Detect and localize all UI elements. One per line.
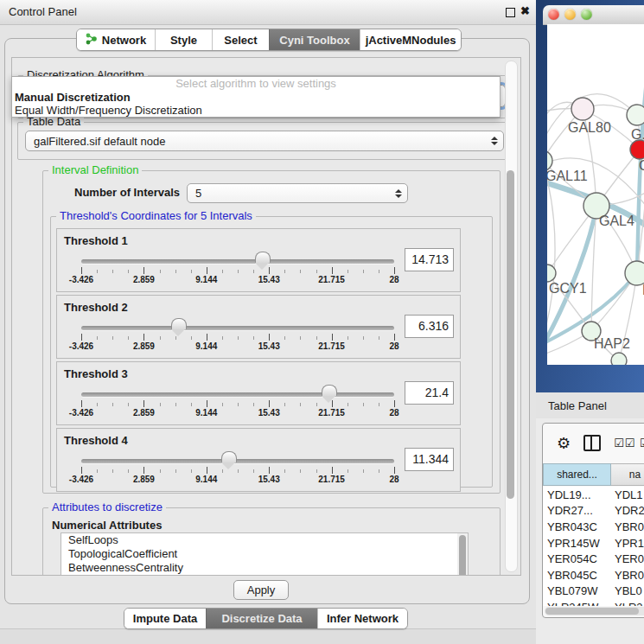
table-row[interactable]: YDR27...YDR2 <box>543 503 644 520</box>
attributes-list: SelfLoopsTopologicalCoefficientBetweenne… <box>61 532 469 576</box>
algorithm-dropdown-popup: Select algorithm to view settings Manual… <box>11 76 501 118</box>
table-row[interactable]: YER054CYER0 <box>543 551 644 567</box>
bottom-strip <box>0 628 537 644</box>
table-row[interactable]: YPR145WYPR1 <box>543 535 644 552</box>
tab-impute-data-label: Impute Data <box>133 612 197 625</box>
column-header-name[interactable]: na <box>611 463 644 486</box>
slider-scale: -3.4262.8599.14415.4321.71528 <box>81 475 394 485</box>
attributes-list-scrollbar[interactable] <box>457 533 468 576</box>
interval-definition-group-title: Interval Definition <box>48 164 142 176</box>
tab-discretize-data[interactable]: Discretize Data <box>206 609 317 628</box>
combo-arrows-icon <box>491 137 498 145</box>
network-node[interactable] <box>627 105 644 125</box>
tab-cyni-toolbox[interactable]: Cyni Toolbox <box>269 29 360 50</box>
thresholds-group: Threshold's Coordinates for 5 Intervals … <box>50 216 493 488</box>
slider-ticks <box>81 400 394 408</box>
minimize-traffic-light[interactable] <box>564 9 576 20</box>
table-row[interactable]: YBR043CYBR0 <box>543 519 644 535</box>
numerical-attributes-label: Numerical Attributes <box>52 519 162 532</box>
table-row[interactable]: YBL079WYBL0 <box>543 583 644 600</box>
slider-track[interactable] <box>81 392 394 397</box>
screen: Control Panel ✖ Network Style Select Cyn… <box>0 0 644 644</box>
network-node[interactable] <box>625 261 644 285</box>
slider-thumb[interactable] <box>171 318 187 329</box>
slider-thumb[interactable] <box>322 385 337 396</box>
table-data-selected: galFiltered.sif default node <box>34 135 165 148</box>
network-canvas[interactable]: GAL80G.GAL11CGAL4GCY1HHAP2 <box>547 24 644 365</box>
network-node[interactable] <box>571 98 594 120</box>
attribute-item[interactable]: SelfLoops <box>61 533 468 547</box>
slider-track[interactable] <box>81 326 394 330</box>
slider-track[interactable] <box>81 259 394 264</box>
table-horizontal-scrollbar[interactable] <box>545 607 644 615</box>
attribute-item[interactable]: TopologicalCoefficient <box>61 547 468 561</box>
network-node-label: G. <box>631 127 644 142</box>
network-node[interactable] <box>630 140 644 159</box>
slider-ticks <box>81 334 394 341</box>
threshold-value-field[interactable]: 6.316 <box>405 315 454 338</box>
thresholds-group-title: Threshold's Coordinates for 5 Intervals <box>56 210 256 222</box>
threshold-box: Threshold 2 -3.4262.8599.14415.4321.7152… <box>56 295 461 359</box>
tab-network-label: Network <box>102 34 146 47</box>
table-row[interactable]: YLR345WYLR3 <box>543 599 644 606</box>
table-data-combobox[interactable]: galFiltered.sif default node <box>25 131 504 151</box>
table-data-group-title: Table Data <box>23 116 84 128</box>
column-header-shared-name[interactable]: shared... <box>543 463 611 486</box>
tab-jactivemnodules[interactable]: jActiveMNodules <box>360 29 461 50</box>
tab-network[interactable]: Network <box>77 29 155 50</box>
table-panel-titlebar: Table Panel <box>536 392 644 419</box>
settings-scroll-area: Discretization Algorithm Table Data galF… <box>11 57 521 576</box>
settings-vertical-scrollbar[interactable] <box>505 61 518 572</box>
gear-icon[interactable]: ⚙ <box>557 434 571 453</box>
table-data-group: Table Data galFiltered.sif default node <box>17 122 513 160</box>
close-traffic-light[interactable] <box>548 9 559 20</box>
network-node[interactable] <box>611 353 627 365</box>
slider-track[interactable] <box>81 459 394 463</box>
top-tab-bar: Network Style Select Cyni Toolbox jActiv… <box>76 29 462 51</box>
threshold-box: Threshold 1 -3.4262.8599.14415.4321.7152… <box>56 228 461 292</box>
network-node-label: GAL4 <box>599 214 634 228</box>
attributes-group: Attributes to discretize Numerical Attri… <box>42 507 501 576</box>
threshold-label: Threshold 3 <box>64 367 128 380</box>
table-panel-title: Table Panel <box>548 399 607 412</box>
network-window-titlebar <box>543 5 644 25</box>
attribute-item[interactable]: BetweennessCentrality <box>61 561 468 575</box>
apply-button[interactable]: Apply <box>233 580 289 600</box>
table-rows: YDL19...YDL1YDR27...YDR2YBR043CYBR0YPR14… <box>543 487 644 606</box>
scrollbar-thumb[interactable] <box>507 170 514 499</box>
tab-infer-network-label: Infer Network <box>327 612 399 625</box>
zoom-traffic-light[interactable] <box>581 9 592 20</box>
interval-definition-group: Interval Definition Number of Intervals … <box>42 170 501 494</box>
tab-infer-network[interactable]: Infer Network <box>317 609 407 628</box>
tab-style[interactable]: Style <box>155 29 212 50</box>
table-row[interactable]: YDL19...YDL1 <box>543 487 644 503</box>
tab-discretize-data-label: Discretize Data <box>221 612 302 625</box>
slider-scale: -3.4262.8599.14415.4321.71528 <box>81 408 394 418</box>
threshold-box: Threshold 3 -3.4262.8599.14415.4321.7152… <box>56 361 461 425</box>
algorithm-popup-prompt: Select algorithm to view settings <box>12 77 500 91</box>
threshold-value-field[interactable]: 14.713 <box>405 248 454 271</box>
close-icon[interactable]: ✖ <box>520 4 530 17</box>
columns-icon[interactable] <box>583 435 601 451</box>
slider-thumb[interactable] <box>221 451 237 462</box>
tab-select[interactable]: Select <box>212 29 269 50</box>
select-columns-icons[interactable]: ☑☑ ☑ <box>614 437 644 450</box>
algorithm-option-manual[interactable]: Manual Discretization <box>12 91 500 104</box>
algorithm-option-equal-width[interactable]: Equal Width/Frequency Discretization <box>12 104 500 117</box>
threshold-label: Threshold 1 <box>64 234 128 247</box>
number-of-intervals-combobox[interactable]: 5 <box>187 183 408 203</box>
control-panel-titlebar: Control Panel ✖ <box>0 0 537 25</box>
number-of-intervals-value: 5 <box>195 187 201 200</box>
threshold-value-field[interactable]: 11.344 <box>405 448 454 471</box>
network-node-label: GAL11 <box>547 169 588 183</box>
network-icon <box>86 33 97 48</box>
threshold-value-field[interactable]: 21.4 <box>405 381 454 405</box>
slider-ticks <box>81 267 394 275</box>
threshold-label: Threshold 2 <box>64 301 128 314</box>
network-node-label: C <box>639 158 644 173</box>
tab-impute-data[interactable]: Impute Data <box>124 609 206 628</box>
table-row[interactable]: YBR045CYBR0 <box>543 567 644 583</box>
thresholds-list: Threshold 1 -3.4262.8599.14415.4321.7152… <box>56 228 461 494</box>
float-window-icon[interactable] <box>506 8 515 17</box>
slider-thumb[interactable] <box>255 252 271 263</box>
